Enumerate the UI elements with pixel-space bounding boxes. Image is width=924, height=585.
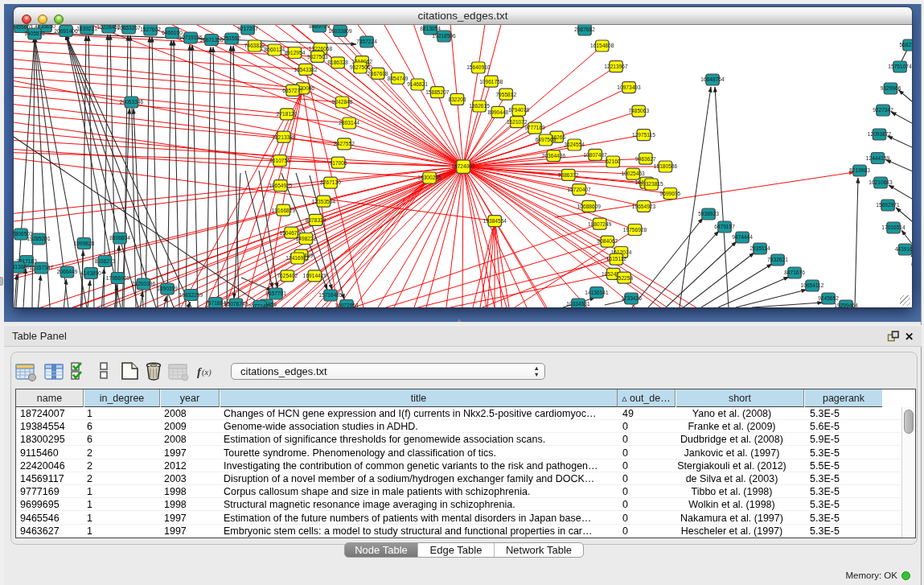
svg-text:20364436: 20364436 (542, 153, 566, 159)
svg-text:15692971: 15692971 (876, 202, 900, 208)
svg-text:17956909: 17956909 (106, 275, 130, 281)
svg-text:16671355: 16671355 (199, 37, 224, 43)
svg-text:2867608: 2867608 (368, 71, 388, 76)
svg-text:9657791: 9657791 (265, 290, 286, 296)
svg-text:20813640: 20813640 (14, 264, 30, 270)
svg-text:10973493: 10973493 (617, 84, 641, 90)
svg-text:18300295: 18300295 (417, 175, 441, 180)
svg-text:1405572: 1405572 (24, 31, 45, 36)
svg-text:19166829: 19166829 (272, 208, 296, 213)
svg-text:19832259: 19832259 (179, 292, 203, 298)
svg-text:14136141: 14136141 (585, 290, 609, 295)
svg-text:1999828: 1999828 (74, 241, 95, 246)
svg-text:12416912: 12416912 (285, 255, 310, 261)
svg-text:15076749: 15076749 (224, 301, 248, 307)
svg-text:16154808: 16154808 (590, 43, 614, 48)
svg-text:10807487: 10807487 (583, 152, 607, 158)
svg-text:6794078: 6794078 (508, 107, 529, 113)
svg-text:10654112: 10654112 (801, 282, 824, 288)
svg-text:15720407: 15720407 (567, 187, 591, 192)
svg-text:9329966: 9329966 (881, 85, 901, 91)
svg-text:12353594: 12353594 (312, 199, 336, 204)
svg-text:6357277: 6357277 (282, 88, 303, 93)
svg-text:252254: 252254 (615, 275, 633, 281)
svg-text:9327506: 9327506 (350, 64, 371, 70)
svg-text:16072954: 16072954 (335, 303, 359, 307)
svg-text:7955812: 7955812 (495, 92, 516, 97)
svg-text:12975115: 12975115 (632, 132, 655, 138)
svg-text:19285201: 19285201 (27, 236, 51, 241)
svg-text:19384554: 19384554 (483, 218, 507, 224)
svg-text:18724007: 18724007 (451, 163, 475, 169)
svg-text:8454749: 8454749 (388, 76, 409, 81)
svg-text:8336273: 8336273 (95, 258, 116, 264)
svg-text:8878334: 8878334 (306, 217, 326, 223)
svg-text:16648764: 16648764 (700, 76, 725, 82)
svg-text:9084067: 9084067 (598, 238, 618, 244)
svg-text:10323815: 10323815 (639, 181, 663, 187)
svg-text:16543382: 16543382 (294, 67, 318, 72)
svg-text:(x): (x) (202, 368, 211, 377)
svg-text:1527602: 1527602 (140, 27, 161, 32)
svg-text:62160: 62160 (606, 159, 621, 164)
svg-text:16033809: 16033809 (328, 28, 352, 34)
svg-text:8186328: 8186328 (327, 60, 348, 65)
svg-text:7625402: 7625402 (277, 273, 298, 278)
svg-text:9327503: 9327503 (307, 54, 328, 60)
svg-text:8471676: 8471676 (784, 270, 805, 275)
svg-text:8267130: 8267130 (320, 179, 341, 185)
svg-text:4143890: 4143890 (80, 270, 101, 276)
svg-text:1010755: 1010755 (269, 158, 290, 163)
svg-text:7632621: 7632621 (767, 257, 788, 262)
svg-text:8427552: 8427552 (334, 141, 355, 146)
svg-text:1839221: 1839221 (76, 26, 97, 31)
svg-text:21200396: 21200396 (132, 281, 156, 286)
svg-text:4439167: 4439167 (895, 246, 912, 252)
svg-text:10334531: 10334531 (566, 301, 590, 307)
svg-text:12093872: 12093872 (868, 131, 892, 137)
svg-text:16210643: 16210643 (869, 179, 893, 185)
svg-text:19654923: 19654923 (632, 204, 656, 209)
svg-text:2935114: 2935114 (749, 245, 770, 251)
svg-text:19756928: 19756928 (623, 227, 647, 233)
svg-text:2803144: 2803144 (339, 120, 359, 126)
svg-text:917006: 917006 (330, 160, 347, 166)
svg-text:9777169: 9777169 (524, 125, 545, 130)
svg-text:8489709: 8489709 (309, 25, 330, 29)
svg-text:20053346: 20053346 (120, 99, 144, 105)
svg-text:9463627: 9463627 (635, 156, 656, 162)
svg-text:5938923: 5938923 (698, 211, 719, 216)
svg-text:10961758: 10961758 (479, 79, 503, 84)
svg-text:2066449: 2066449 (57, 269, 78, 274)
svg-text:8990448: 8990448 (488, 109, 509, 115)
svg-text:17016514: 17016514 (881, 225, 906, 230)
svg-text:8912954: 8912954 (285, 50, 306, 56)
svg-text:8219983: 8219983 (849, 167, 870, 173)
svg-text:9474444: 9474444 (732, 234, 753, 240)
svg-text:5682115: 5682115 (899, 42, 912, 47)
svg-text:15885207: 15885207 (425, 89, 450, 95)
svg-text:9245652: 9245652 (818, 295, 839, 301)
svg-text:19299464: 19299464 (834, 303, 858, 307)
svg-text:10688609: 10688609 (577, 204, 602, 209)
svg-text:19218506: 19218506 (432, 33, 456, 39)
svg-text:20772475: 20772475 (248, 303, 272, 307)
svg-text:6479197: 6479197 (714, 224, 735, 229)
svg-text:6497568: 6497568 (536, 137, 556, 142)
svg-text:3624554: 3624554 (564, 142, 585, 147)
svg-text:10025453: 10025453 (621, 171, 645, 176)
svg-text:12444159: 12444159 (866, 155, 890, 161)
svg-text:1621072: 1621072 (507, 119, 528, 125)
svg-text:7463822: 7463822 (244, 43, 265, 48)
svg-text:7485063: 7485063 (628, 108, 649, 113)
svg-text:9227342: 9227342 (873, 107, 893, 113)
svg-text:12213967: 12213967 (604, 64, 628, 69)
svg-text:1890399: 1890399 (157, 286, 178, 291)
svg-text:8660124: 8660124 (265, 47, 285, 52)
svg-text:7386372: 7386372 (558, 172, 579, 178)
svg-text:10653267: 10653267 (117, 25, 141, 31)
svg-text:16914479: 16914479 (303, 273, 327, 278)
svg-text:9699695: 9699695 (660, 191, 681, 196)
svg-text:1615112: 1615112 (606, 256, 627, 262)
svg-text:12213389: 12213389 (272, 134, 296, 140)
